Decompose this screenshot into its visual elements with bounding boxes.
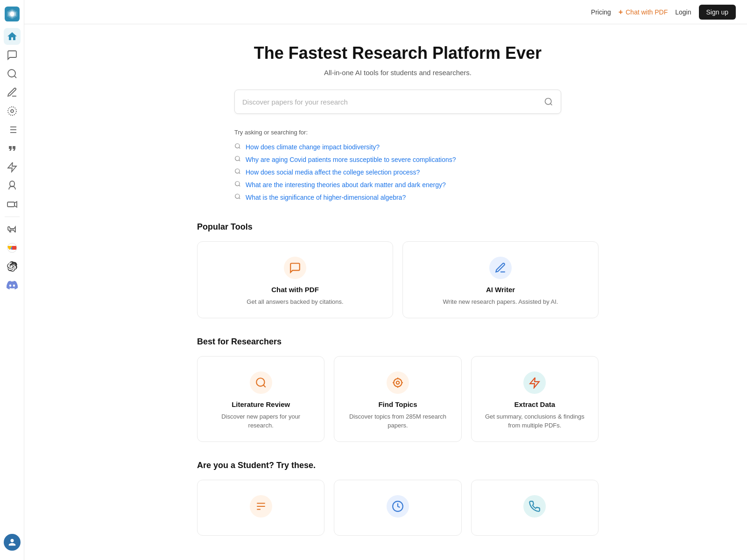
user-avatar-button[interactable]: [4, 534, 21, 551]
literature-review-icon: [250, 371, 272, 394]
tool-find-topics-desc: Discover topics from 285M research paper…: [345, 412, 450, 430]
topbar: Pricing + Chat with PDF Login Sign up: [24, 0, 747, 24]
svg-point-18: [545, 98, 551, 105]
svg-marker-15: [14, 202, 17, 207]
suggestion-search-icon: [234, 143, 241, 151]
student-tools-section: Are you a Student? Try these.: [197, 461, 599, 536]
student-tool-card-1[interactable]: [197, 480, 324, 536]
sidebar-item-chat[interactable]: [4, 47, 21, 63]
sidebar: [0, 0, 24, 560]
find-topics-icon: [387, 371, 409, 394]
tool-extract-data-desc: Get summary, conclusions & findings from…: [483, 412, 587, 430]
sidebar-item-pen[interactable]: [4, 84, 21, 101]
tool-find-topics-name: Find Topics: [378, 400, 417, 408]
sidebar-item-topics[interactable]: [4, 103, 21, 119]
tool-chat-pdf-desc: Get all answers backed by citations.: [247, 297, 343, 307]
sidebar-divider: [5, 217, 20, 217]
suggestion-text: How does climate change impact biodivers…: [246, 143, 380, 151]
suggestion-item-2[interactable]: How does social media affect the college…: [234, 166, 561, 178]
suggestion-search-icon: [234, 193, 241, 201]
svg-point-32: [396, 381, 400, 384]
svg-line-21: [239, 147, 240, 149]
sidebar-item-quote[interactable]: [4, 140, 21, 157]
tool-card-extract-data[interactable]: Extract Data Get summary, conclusions & …: [471, 356, 599, 442]
sidebar-item-list[interactable]: [4, 121, 21, 138]
suggestion-list: How does climate change impact biodivers…: [234, 140, 561, 203]
extract-data-icon: [523, 371, 546, 394]
suggestion-text: What are the interesting theories about …: [246, 181, 446, 189]
search-input[interactable]: [242, 98, 538, 106]
student-tool-card-2[interactable]: [334, 480, 461, 536]
svg-line-27: [239, 185, 240, 187]
svg-line-23: [239, 160, 240, 161]
svg-point-33: [394, 378, 402, 386]
sidebar-item-discord[interactable]: [4, 277, 21, 294]
suggestions-section: Try asking or searching for: How does cl…: [234, 129, 561, 203]
svg-line-31: [263, 385, 266, 387]
tool-extract-data-name: Extract Data: [514, 400, 556, 408]
student-tool-card-3[interactable]: [471, 480, 599, 536]
svg-line-29: [239, 198, 240, 199]
svg-line-25: [239, 173, 240, 174]
sidebar-item-openai[interactable]: [4, 258, 21, 275]
login-link[interactable]: Login: [675, 8, 691, 16]
suggestion-search-icon: [234, 155, 241, 163]
sidebar-item-chrome[interactable]: [4, 239, 21, 256]
tool-card-chat-pdf[interactable]: Chat with PDF Get all answers backed by …: [197, 241, 393, 318]
sidebar-item-megaphone[interactable]: [4, 221, 21, 238]
search-box[interactable]: [234, 90, 561, 114]
tool-card-literature-review[interactable]: Literature Review Discover new papers fo…: [197, 356, 324, 442]
suggestion-item-4[interactable]: What is the significance of higher-dimen…: [234, 191, 561, 203]
ai-writer-icon: [489, 257, 512, 279]
suggestion-item-0[interactable]: How does climate change impact biodivers…: [234, 140, 561, 153]
svg-rect-14: [7, 202, 14, 207]
popular-tools-grid: Chat with PDF Get all answers backed by …: [197, 241, 599, 318]
tool-card-ai-writer[interactable]: AI Writer Write new research papers. Ass…: [402, 241, 599, 318]
student-tool-3-icon: [523, 495, 546, 518]
signup-button[interactable]: Sign up: [699, 5, 736, 20]
pricing-link[interactable]: Pricing: [591, 8, 611, 16]
researcher-tools-title: Best for Researchers: [197, 337, 599, 347]
tool-lit-review-desc: Discover new papers for your research.: [209, 412, 313, 430]
suggestion-item-1[interactable]: Why are aging Covid patients more suscep…: [234, 153, 561, 166]
chat-pdf-icon: [284, 257, 306, 279]
svg-line-19: [550, 104, 552, 105]
researcher-tools-section: Best for Researchers Literature Review D…: [197, 337, 599, 442]
suggestion-text: Why are aging Covid patients more suscep…: [246, 156, 456, 163]
svg-point-28: [235, 194, 240, 198]
sidebar-item-search[interactable]: [4, 65, 21, 82]
hero-section: The Fastest Research Platform Ever All-i…: [234, 43, 561, 114]
popular-tools-title: Popular Tools: [197, 222, 599, 232]
svg-point-4: [8, 70, 15, 77]
student-tools-grid: [197, 480, 599, 536]
researcher-tools-grid: Literature Review Discover new papers fo…: [197, 356, 599, 442]
tool-chat-pdf-name: Chat with PDF: [271, 286, 319, 294]
suggestions-label: Try asking or searching for:: [234, 129, 561, 136]
tool-card-find-topics[interactable]: Find Topics Discover topics from 285M re…: [334, 356, 461, 442]
student-tool-2-icon: [387, 495, 409, 518]
svg-point-22: [235, 156, 240, 161]
chat-pdf-link[interactable]: + Chat with PDF: [619, 8, 668, 16]
search-button[interactable]: [544, 97, 553, 106]
svg-point-26: [235, 182, 240, 186]
sidebar-item-home[interactable]: [4, 28, 21, 45]
student-tools-title: Are you a Student? Try these.: [197, 461, 599, 470]
svg-point-3: [10, 12, 14, 16]
svg-point-7: [8, 107, 16, 115]
svg-line-5: [14, 76, 16, 78]
hero-title: The Fastest Research Platform Ever: [234, 43, 561, 63]
tool-ai-writer-desc: Write new research papers. Assisted by A…: [443, 297, 558, 307]
suggestion-text: How does social media affect the college…: [246, 168, 420, 176]
suggestion-search-icon: [234, 181, 241, 189]
brand-logo[interactable]: [4, 6, 21, 22]
hero-subtitle: All-in-one AI tools for students and res…: [234, 69, 561, 77]
sidebar-item-ai[interactable]: [4, 177, 21, 194]
suggestion-item-3[interactable]: What are the interesting theories about …: [234, 178, 561, 191]
suggestion-text: What is the significance of higher-dimen…: [246, 194, 406, 201]
plus-icon: +: [619, 8, 623, 16]
search-icon: [544, 97, 553, 106]
sidebar-item-lightning[interactable]: [4, 159, 21, 175]
student-tool-1-icon: [250, 495, 272, 518]
popular-tools-section: Popular Tools Chat with PDF Get all answ…: [197, 222, 599, 318]
sidebar-item-video[interactable]: [4, 196, 21, 213]
